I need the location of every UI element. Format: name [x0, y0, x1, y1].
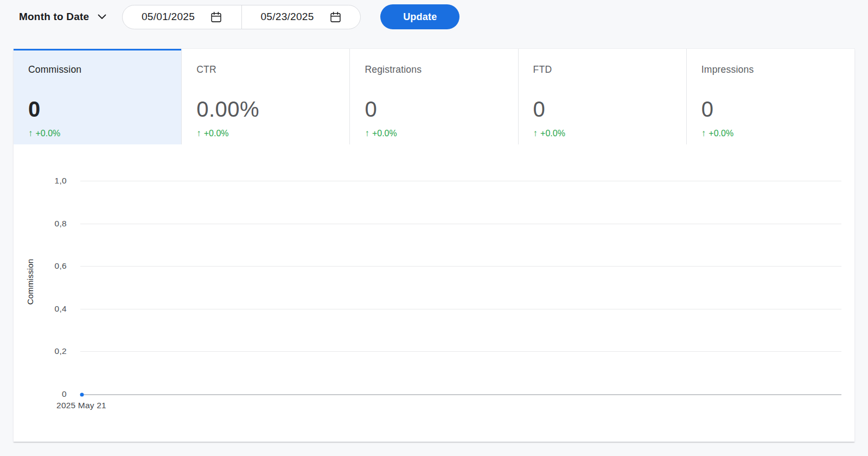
gridline [80, 266, 841, 267]
x-axis-baseline [80, 394, 841, 395]
gridline [80, 181, 841, 181]
tab-ctr[interactable]: CTR 0.00% ↑ +0.0% [181, 49, 349, 144]
x-tick-label: 2025 May 21 [56, 401, 106, 410]
metric-value: 0 [28, 97, 176, 122]
metric-delta-value: +0.0% [372, 129, 397, 138]
y-tick-label: 0 [30, 389, 67, 399]
tab-ftd[interactable]: FTD 0 ↑ +0.0% [518, 49, 686, 144]
arrow-up-icon: ↑ [365, 128, 369, 139]
y-tick-label: 1,0 [30, 176, 67, 186]
date-range-picker: 05/01/2025 05/23/2025 [122, 5, 361, 29]
data-point [80, 393, 84, 397]
metric-value: 0 [701, 97, 849, 122]
metric-delta-value: +0.0% [540, 129, 565, 138]
metric-value: 0 [533, 97, 681, 122]
metric-delta: ↑ +0.0% [701, 128, 849, 139]
topbar: Month to Date 05/01/2025 05/23/2025 Up [0, 0, 868, 34]
y-tick-label: 0,4 [30, 304, 67, 314]
gridline [80, 224, 841, 224]
tab-impressions[interactable]: Impressions 0 ↑ +0.0% [686, 49, 854, 144]
metric-delta: ↑ +0.0% [196, 128, 344, 139]
metric-label: FTD [533, 64, 681, 75]
metric-value: 0 [365, 97, 512, 122]
y-tick-label: 0,8 [30, 219, 67, 229]
arrow-up-icon: ↑ [196, 128, 201, 139]
metric-delta: ↑ +0.0% [28, 128, 176, 139]
end-date-input[interactable]: 05/23/2025 [241, 5, 361, 29]
metric-delta-value: +0.0% [709, 129, 733, 138]
start-date-value: 05/01/2025 [142, 11, 195, 23]
dashboard-card: Commission 0 ↑ +0.0% CTR 0.00% ↑ +0.0% R… [14, 49, 854, 441]
metric-delta-value: +0.0% [36, 129, 61, 138]
start-date-input[interactable]: 05/01/2025 [123, 5, 241, 29]
chevron-down-icon [98, 14, 106, 20]
metric-delta-value: +0.0% [204, 129, 229, 138]
metric-label: Registrations [365, 64, 512, 75]
metric-label: CTR [196, 64, 344, 75]
range-preset-label: Month to Date [19, 11, 89, 23]
calendar-icon[interactable] [210, 11, 222, 23]
tab-registrations[interactable]: Registrations 0 ↑ +0.0% [349, 49, 518, 144]
arrow-up-icon: ↑ [533, 128, 538, 139]
y-tick-label: 0,6 [30, 261, 67, 271]
metric-value: 0.00% [196, 97, 344, 122]
tab-commission[interactable]: Commission 0 ↑ +0.0% [14, 49, 181, 144]
arrow-up-icon: ↑ [28, 128, 33, 139]
metric-label: Impressions [701, 64, 849, 75]
metric-delta: ↑ +0.0% [365, 128, 512, 139]
date-range-preset-dropdown[interactable]: Month to Date [19, 5, 106, 29]
metric-delta: ↑ +0.0% [533, 128, 681, 139]
metric-label: Commission [28, 64, 176, 75]
y-tick-label: 0,2 [30, 346, 67, 356]
commission-line-chart: Commission 1,00,80,60,40,202025 May 21 [14, 144, 854, 441]
calendar-icon[interactable] [329, 11, 342, 23]
gridline [80, 309, 841, 309]
arrow-up-icon: ↑ [701, 128, 706, 139]
gridline [80, 351, 841, 352]
metric-tabs-row: Commission 0 ↑ +0.0% CTR 0.00% ↑ +0.0% R… [14, 49, 854, 144]
update-button[interactable]: Update [380, 4, 459, 29]
end-date-value: 05/23/2025 [260, 11, 314, 23]
